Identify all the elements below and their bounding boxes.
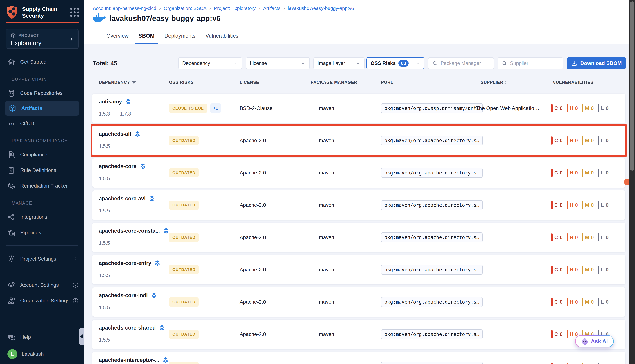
info-icon[interactable]: [72, 298, 79, 304]
severity-bar: [582, 266, 583, 274]
sidebar-item-account-settings[interactable]: Account Settings: [0, 277, 84, 293]
tab-overview[interactable]: Overview: [106, 28, 129, 44]
breadcrumb-link[interactable]: Account: app-harness-ng-cicd: [93, 6, 156, 11]
breadcrumb-separator-icon: ›: [259, 6, 260, 11]
column-header-package-manager[interactable]: PACKAGE MANAGER: [311, 80, 357, 85]
column-header-supplier[interactable]: SUPPLIER: [481, 80, 507, 85]
sidebar-item-user[interactable]: L Lavakush: [0, 346, 84, 362]
sidebar-item-pipelines[interactable]: Pipelines: [0, 225, 84, 240]
column-header-vulnerabilities[interactable]: VULNERABILITIES: [553, 80, 593, 85]
severity-H: H0: [567, 362, 578, 364]
risk-badge: OUTDATED: [169, 362, 199, 364]
severity-count: 0: [606, 235, 608, 240]
sidebar-item-organization-settings[interactable]: Organization Settings: [0, 293, 84, 308]
sidebar-collapse-handle[interactable]: [79, 328, 84, 345]
purl-chip[interactable]: pkg:maven/org.apache.directory.s…: [381, 297, 483, 307]
sidebar-item-get-started[interactable]: Get Started: [0, 54, 84, 70]
download-sbom-button[interactable]: Download SBOM: [567, 57, 626, 69]
column-header-purl[interactable]: PURL: [381, 80, 393, 85]
gear-icon: [7, 255, 16, 263]
severity-letter: M: [585, 202, 589, 208]
severity-bar: [598, 266, 599, 274]
sidebar: Supply Chain Security PROJECT Explorator…: [0, 0, 84, 364]
grid-menu-icon[interactable]: [70, 8, 79, 17]
package-manager-cell: maven: [319, 331, 334, 337]
column-header-label: DEPENDENCY: [99, 80, 130, 85]
severity-count: 0: [575, 170, 578, 176]
supplier-input[interactable]: [510, 60, 559, 66]
dependency-version: 1.5.5: [99, 337, 110, 343]
sidebar-menu: Get StartedSUPPLY CHAINCode Repositories…: [0, 54, 84, 308]
tab-vulnerabilities[interactable]: Vulnerabilities: [205, 28, 239, 44]
severity-count: 0: [591, 299, 594, 305]
sidebar-item-compliance[interactable]: Compliance: [0, 147, 84, 162]
breadcrumb-link[interactable]: lavakush07/easy-buggy-app:v6: [288, 6, 354, 11]
risk-badge: OUTDATED: [169, 330, 199, 339]
supplier-search[interactable]: [498, 57, 563, 69]
scrollbar-track[interactable]: [629, 0, 635, 364]
dependency-cell: apacheds-all: [99, 131, 141, 137]
purl-chip[interactable]: pkg:maven/org.apache.directory.s…: [381, 362, 483, 364]
sidebar-item-code-repositories[interactable]: Code Repositories: [0, 85, 84, 101]
dependency-version: 1.5.5: [99, 240, 110, 246]
purl-chip[interactable]: pkg:maven/org.apache.directory.s…: [381, 265, 483, 275]
sort-desc-icon[interactable]: [132, 81, 136, 84]
ask-ai-button[interactable]: Ask AI: [575, 335, 614, 348]
purl-chip[interactable]: pkg:maven/org.apache.directory.s…: [381, 329, 483, 339]
purl-chip[interactable]: pkg:maven/org.apache.directory.s…: [381, 136, 483, 146]
breadcrumb-link[interactable]: Organization: SSCA: [164, 6, 206, 11]
table-row[interactable]: apacheds-core-jndi 1.5.5 OUTDATED Apache…: [92, 287, 625, 317]
table-row[interactable]: apacheds-core-entry 1.5.5 OUTDATED Apach…: [92, 255, 625, 284]
vulnerabilities-cell: C0H0M0L0: [551, 266, 608, 274]
column-header-dependency[interactable]: DEPENDENCY: [99, 80, 136, 85]
purl-chip[interactable]: pkg:maven/org.apache.directory.s…: [381, 200, 483, 210]
package-manager-search[interactable]: [428, 57, 494, 69]
table-row[interactable]: apacheds-core-avl 1.5.5 OUTDATED Apache-…: [92, 190, 625, 220]
tab-deployments[interactable]: Deployments: [164, 28, 196, 44]
filter-dependency[interactable]: Dependency: [178, 57, 242, 69]
table-row[interactable]: apacheds-interceptor-... 1.5.5 OUTDATED …: [92, 352, 625, 364]
table-row[interactable]: apacheds-core-consta... 1.5.5 OUTDATED A…: [92, 223, 625, 252]
column-header-license[interactable]: LICENSE: [240, 80, 259, 85]
severity-bar: [582, 104, 583, 112]
purl-chip[interactable]: pkg:maven/org.apache.directory.s…: [381, 232, 483, 242]
package-manager-input[interactable]: [440, 60, 490, 66]
severity-bar: [598, 362, 599, 364]
sidebar-item-project-settings[interactable]: Project Settings: [0, 251, 84, 266]
tab-sbom[interactable]: SBOM: [138, 28, 155, 44]
severity-bar: [551, 136, 552, 144]
sidebar-item-rule-definitions[interactable]: Rule Definitions: [0, 162, 84, 178]
filter-license[interactable]: License: [246, 57, 310, 69]
severity-count: 0: [591, 106, 594, 111]
sidebar-item-help[interactable]: ? Help: [0, 329, 84, 346]
pipeline-icon: [7, 228, 16, 237]
table-row[interactable]: apacheds-all 1.5.5 OUTDATED Apache-2.0 m…: [92, 126, 625, 155]
sidebar-item-label: Get Started: [20, 59, 47, 65]
severity-count: 0: [560, 170, 563, 176]
sidebar-item-cicd[interactable]: ∞CI/CD: [0, 116, 84, 131]
sort-both-icon[interactable]: [505, 81, 507, 84]
info-icon[interactable]: [72, 282, 79, 288]
column-header-oss-risks[interactable]: OSS RISKS: [169, 80, 194, 85]
sidebar-item-remediation-tracker[interactable]: Remediation Tracker: [0, 178, 84, 194]
sidebar-item-integrations[interactable]: Integrations: [0, 209, 84, 225]
purl-chip[interactable]: pkg:maven/org.apache.directory.s…: [381, 168, 483, 178]
severity-count: 0: [575, 299, 578, 305]
sidebar-item-artifacts[interactable]: Artifacts: [5, 101, 79, 116]
breadcrumb-link[interactable]: Project: Exploratory: [214, 6, 256, 11]
table-row[interactable]: antisamy 1.5.3→1.7.8 CLOSE TO EOL+1 BSD-…: [92, 94, 625, 123]
robot-icon: [581, 338, 589, 345]
table-row[interactable]: apacheds-core-shared 1.5.5 OUTDATED Apac…: [92, 320, 625, 349]
filter-image-layer[interactable]: Image Layer: [313, 57, 364, 69]
scrollbar-thumb[interactable]: [630, 2, 634, 170]
table-row[interactable]: apacheds-core 1.5.5 OUTDATED Apache-2.0 …: [92, 158, 625, 188]
oss-risks-filter[interactable]: OSS Risks03: [366, 57, 425, 69]
breadcrumb-link[interactable]: Artifacts: [263, 6, 280, 11]
severity-count: 0: [606, 267, 608, 273]
severity-C: C0: [551, 330, 563, 338]
severity-M: M0: [582, 233, 594, 242]
project-selector[interactable]: PROJECT Exploratory: [6, 29, 79, 49]
purl-chip[interactable]: pkg:maven/org.owasp.antisamy/ant…: [381, 103, 483, 113]
severity-count: 0: [560, 267, 563, 273]
docker-icon: [92, 13, 106, 24]
